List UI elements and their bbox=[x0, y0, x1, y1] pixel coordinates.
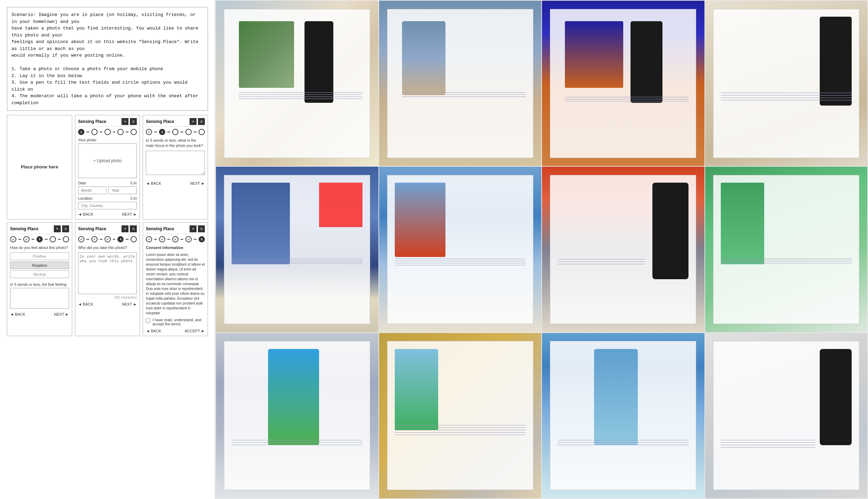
consent-heading: Consent information bbox=[146, 245, 205, 250]
photo-cell-7 bbox=[542, 167, 704, 332]
neutral-btn[interactable]: Neutral bbox=[10, 271, 69, 278]
dot2-3 bbox=[172, 129, 178, 135]
negative-btn[interactable]: Negative bbox=[10, 261, 69, 269]
consent-checkbox-row: I have read, understand, and accept the … bbox=[146, 318, 205, 326]
paper-8 bbox=[713, 175, 859, 324]
card5-add-btn[interactable]: + bbox=[190, 225, 197, 232]
card5-accept-btn[interactable]: ACCEPT ► bbox=[185, 329, 205, 333]
card3-header: Sensing Place + ≡ bbox=[10, 225, 69, 234]
card3-progress: 3 bbox=[10, 236, 69, 242]
upload-photo-area[interactable]: + Upload photo bbox=[78, 143, 137, 178]
card5-nav: ◄ BACK ACCEPT ► bbox=[146, 329, 205, 333]
card3-next-btn[interactable]: NEXT ► bbox=[54, 312, 69, 316]
photo-sim-12 bbox=[705, 333, 868, 498]
paper-1 bbox=[224, 9, 370, 158]
paper-4 bbox=[713, 9, 859, 158]
card2-header: Sensing Place + ≡ bbox=[146, 118, 205, 127]
card3-question: How do you feel about this photo? bbox=[10, 245, 69, 250]
card1-title: Sensing Place bbox=[78, 119, 106, 124]
photo-cell-1 bbox=[216, 1, 378, 166]
card-your-photo: Sensing Place + ≡ 1 Your photo bbox=[75, 115, 140, 219]
card4-next-btn[interactable]: NEXT ► bbox=[122, 302, 137, 306]
date-inputs bbox=[78, 186, 137, 194]
consent-text: Lorem ipsum dolor sit amet, consectetur … bbox=[146, 252, 205, 315]
card2-nav: ◄ BACK NEXT ► bbox=[146, 181, 205, 185]
paper-9 bbox=[224, 341, 370, 490]
card3-menu-btn[interactable]: ≡ bbox=[62, 225, 69, 232]
card5-back-btn[interactable]: ◄ BACK bbox=[146, 329, 161, 333]
card1-back-btn[interactable]: ◄ BACK bbox=[78, 212, 93, 216]
dot-5 bbox=[131, 129, 137, 135]
dot-line-2 bbox=[100, 132, 102, 132]
card1-nav: ◄ BACK NEXT ► bbox=[78, 212, 137, 216]
card2-back-btn[interactable]: ◄ BACK bbox=[146, 181, 161, 185]
card5-menu-btn[interactable]: ≡ bbox=[198, 225, 205, 232]
city-input[interactable] bbox=[78, 202, 137, 209]
photo-cell-11 bbox=[542, 333, 704, 498]
card2-answer[interactable] bbox=[146, 151, 205, 175]
photo-sim-1 bbox=[216, 1, 378, 166]
card2-add-btn[interactable]: + bbox=[190, 118, 197, 125]
card4-title: Sensing Place bbox=[78, 226, 106, 231]
card4-why-text[interactable] bbox=[78, 252, 137, 294]
card-feelings: Sensing Place + ≡ 3 How do you feel abou… bbox=[7, 222, 72, 336]
card4-icons: + ≡ bbox=[122, 225, 137, 232]
scenario-content: Scenario: Imagine you are in place (on h… bbox=[11, 12, 201, 106]
card4-header: Sensing Place + ≡ bbox=[78, 225, 137, 234]
dot-2 bbox=[91, 129, 98, 135]
card1-progress: 1 bbox=[78, 129, 137, 135]
card4-menu-btn[interactable]: ≡ bbox=[130, 225, 137, 232]
card1-photo-label: Your photo bbox=[78, 138, 137, 142]
photo-sim-9 bbox=[216, 333, 378, 498]
dot-line-4 bbox=[126, 132, 128, 132]
year-input[interactable] bbox=[108, 186, 137, 194]
paper-12 bbox=[713, 341, 859, 490]
card4-back-btn[interactable]: ◄ BACK bbox=[78, 302, 93, 306]
month-input[interactable] bbox=[78, 186, 107, 194]
card3-feeling-text[interactable] bbox=[10, 288, 69, 309]
card3-icons: + ≡ bbox=[54, 225, 69, 232]
photo-cell-9 bbox=[216, 333, 378, 498]
photo-cell-4 bbox=[705, 1, 868, 166]
card5-progress: 5 bbox=[146, 236, 205, 242]
card3-add-btn[interactable]: + bbox=[54, 225, 61, 232]
photo-cell-5 bbox=[216, 167, 378, 332]
photo-sim-7 bbox=[542, 167, 704, 332]
card1-header: Sensing Place + ≡ bbox=[78, 118, 137, 127]
dot-line-3 bbox=[113, 132, 116, 132]
dot2-2: 2 bbox=[159, 129, 165, 135]
card1-icons: + ≡ bbox=[122, 118, 137, 125]
dot2-4 bbox=[185, 129, 192, 135]
cards-grid: Place phone here Sensing Place + ≡ 1 bbox=[7, 115, 208, 339]
card4-add-btn[interactable]: + bbox=[122, 225, 128, 232]
card-five-words: Sensing Place + ≡ 2 In 5 words or less, … bbox=[143, 115, 208, 219]
scenario-text: Scenario: Imagine you are in place (on h… bbox=[7, 7, 208, 111]
card-why: Sensing Place + ≡ 4 Why did you take thi… bbox=[75, 222, 140, 336]
card4-progress: 4 bbox=[78, 236, 137, 242]
card-place-phone: Place phone here bbox=[7, 115, 72, 219]
card4-question: Why did you take this photo? bbox=[78, 245, 137, 250]
card2-title: Sensing Place bbox=[146, 119, 174, 124]
paper-5 bbox=[224, 175, 370, 324]
left-panel: Scenario: Imagine you are in place (on h… bbox=[0, 0, 215, 499]
card1-add-btn[interactable]: + bbox=[122, 118, 128, 125]
photo-sim-8 bbox=[705, 167, 868, 332]
card-consent: Sensing Place + ≡ 5 Consent information bbox=[143, 222, 208, 336]
photo-sim-11 bbox=[542, 333, 704, 498]
photo-sim-6 bbox=[379, 167, 542, 332]
card5-icons: + ≡ bbox=[190, 225, 205, 232]
card1-next-btn[interactable]: NEXT ► bbox=[122, 212, 137, 216]
card3-back-btn[interactable]: ◄ BACK bbox=[10, 312, 25, 316]
card3-title: Sensing Place bbox=[10, 226, 38, 231]
photo-grid bbox=[215, 0, 868, 499]
card5-header: Sensing Place + ≡ bbox=[146, 225, 205, 234]
card1-menu-btn[interactable]: ≡ bbox=[130, 118, 137, 125]
photo-cell-3 bbox=[542, 1, 704, 166]
card2-menu-btn[interactable]: ≡ bbox=[198, 118, 205, 125]
consent-checkbox[interactable] bbox=[146, 318, 150, 323]
card2-next-btn[interactable]: NEXT ► bbox=[190, 181, 205, 185]
photo-cell-6 bbox=[379, 167, 542, 332]
paper-7 bbox=[550, 175, 696, 324]
positive-btn[interactable]: Positive bbox=[10, 252, 69, 260]
photo-sim-5 bbox=[216, 167, 378, 332]
